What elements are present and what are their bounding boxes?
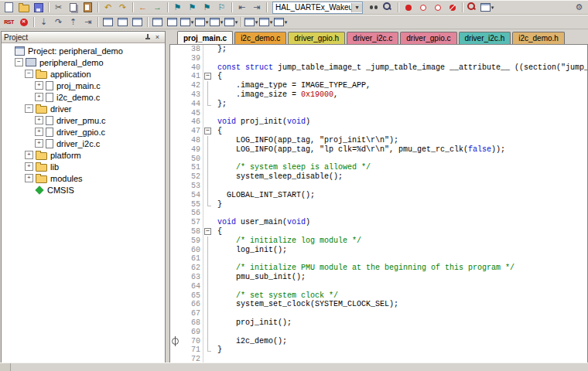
expander-icon[interactable]: + [25, 174, 33, 182]
indent-button[interactable]: ⇥ [249, 1, 264, 14]
analysis-window-button[interactable]: ▾ [224, 15, 238, 29]
stop-debug-button[interactable] [16, 15, 31, 29]
fold-margin[interactable] [203, 100, 214, 109]
gutter-margin[interactable] [170, 136, 180, 145]
fold-margin[interactable] [203, 218, 214, 227]
breakpoint-kill-all-button[interactable] [445, 1, 460, 14]
expander-icon[interactable]: + [35, 139, 43, 148]
cut-button[interactable]: ✂ [51, 1, 66, 14]
gutter-margin[interactable] [170, 309, 180, 318]
fold-margin[interactable] [203, 172, 214, 182]
breakpoint-enable-disable-button[interactable] [415, 1, 430, 14]
gutter-margin[interactable] [170, 246, 180, 255]
step-out-button[interactable]: ⇡ [66, 15, 80, 29]
bookmark-clear-button[interactable]: ⚐ [214, 1, 229, 14]
run-to-cursor-button[interactable]: ⇥ [80, 15, 95, 29]
editor-tab-i2c-demo-h[interactable]: i2c_demo.h [512, 32, 565, 44]
fold-margin[interactable] [203, 145, 214, 155]
gutter-margin[interactable] [170, 300, 180, 309]
gutter-margin[interactable] [170, 273, 180, 282]
fold-margin[interactable] [203, 282, 214, 291]
debug-session-button[interactable] [465, 1, 480, 14]
gutter-margin[interactable] [170, 237, 180, 246]
disassembly-window-button[interactable] [115, 15, 130, 29]
editor-tab-driver-i2c-h[interactable]: driver_i2c.h [459, 32, 511, 44]
tree-item-peripheral-demo[interactable]: −peripheral_demo [2, 56, 165, 68]
gutter-margin[interactable] [170, 72, 180, 81]
editor-tab-proj-main-c[interactable]: proj_main.c [177, 31, 233, 44]
find-in-files-button[interactable] [366, 1, 381, 14]
fold-margin[interactable] [203, 237, 214, 246]
expander-icon[interactable]: + [25, 151, 33, 159]
tree-item-application[interactable]: −application [2, 68, 165, 80]
tree-item-project-peripheral-demo[interactable]: Project: peripheral_demo [2, 45, 165, 56]
fold-margin[interactable] [203, 136, 214, 145]
fold-margin[interactable] [203, 273, 214, 282]
fold-margin[interactable] [203, 45, 214, 54]
fold-collapse-icon[interactable]: − [204, 73, 211, 80]
fold-margin[interactable] [203, 328, 214, 337]
fold-margin[interactable] [203, 54, 214, 63]
bookmark-next-button[interactable]: ⚑ [200, 1, 214, 14]
gutter-margin[interactable] [170, 254, 180, 264]
gutter-margin[interactable] [170, 337, 180, 346]
bookmark-prev-button[interactable]: ⚑ [185, 1, 200, 14]
step-into-button[interactable]: ⇣ [36, 15, 51, 29]
fold-collapse-icon[interactable]: − [204, 128, 211, 134]
editor-tab-i2c-demo-c[interactable]: i2c_demo.c [234, 32, 286, 44]
gutter-margin[interactable] [170, 45, 180, 54]
gutter-margin[interactable] [170, 227, 180, 237]
expander-icon[interactable]: + [35, 128, 43, 136]
reset-cpu-button[interactable]: RST [2, 15, 16, 29]
tree-item-driver-i2c-c[interactable]: +driver_i2c.c [2, 138, 165, 149]
gutter-margin[interactable] [170, 191, 180, 200]
fold-margin[interactable] [203, 309, 214, 318]
fold-margin[interactable] [203, 117, 214, 127]
gutter-margin[interactable] [170, 282, 180, 291]
breakpoint-disable-all-button[interactable] [430, 1, 445, 14]
command-window-button[interactable] [101, 15, 115, 29]
gutter-margin[interactable] [170, 54, 180, 63]
tree-item-modules[interactable]: +modules [2, 172, 165, 184]
fold-margin[interactable] [203, 182, 214, 191]
gutter-margin[interactable] [170, 163, 180, 172]
expander-icon[interactable]: + [35, 93, 43, 101]
fold-margin[interactable]: − [203, 127, 214, 136]
configure-tools-button[interactable]: ⚙ [572, 1, 586, 14]
new-file-button[interactable] [2, 1, 16, 14]
fold-margin[interactable] [203, 109, 214, 118]
gutter-margin[interactable] [170, 127, 180, 136]
nav-forward-button[interactable]: → [150, 1, 165, 14]
fold-margin[interactable] [203, 291, 214, 301]
expander-icon[interactable]: − [25, 70, 33, 78]
step-over-button[interactable]: ↷ [51, 15, 66, 29]
paste-button[interactable] [80, 1, 95, 14]
watch-window-button[interactable]: ▾ [179, 15, 194, 29]
tree-item-proj-main-c[interactable]: +proj_main.c [2, 80, 165, 91]
gutter-margin[interactable] [170, 145, 180, 155]
gutter-margin[interactable] [170, 218, 180, 227]
fold-margin[interactable] [203, 246, 214, 255]
fold-margin[interactable] [203, 318, 214, 328]
fold-margin[interactable]: − [203, 72, 214, 81]
fold-margin[interactable] [203, 337, 214, 346]
gutter-margin[interactable] [170, 264, 180, 273]
copy-button[interactable] [66, 1, 80, 14]
fold-margin[interactable] [203, 163, 214, 172]
tree-item-i2c-demo-c[interactable]: +i2c_demo.c [2, 91, 165, 103]
gutter-margin[interactable] [170, 291, 180, 301]
close-panel-button[interactable]: × [152, 32, 162, 42]
fold-margin[interactable] [203, 345, 214, 355]
editor-tab-driver-gpio-h[interactable]: driver_gpio.h [288, 32, 345, 44]
redo-button[interactable]: ↷ [115, 1, 130, 14]
undo-button[interactable]: ↶ [101, 1, 115, 14]
toolbox-button[interactable]: ▾ [273, 15, 288, 29]
gutter-margin[interactable] [170, 63, 180, 73]
tree-item-driver-pmu-c[interactable]: +driver_pmu.c [2, 114, 165, 126]
registers-window-button[interactable] [150, 15, 165, 29]
gutter-margin[interactable] [170, 318, 180, 328]
system-viewer-menu-button[interactable]: ▾ [480, 1, 494, 14]
gutter-margin[interactable] [170, 100, 180, 109]
gutter-margin[interactable] [170, 81, 180, 90]
find-button[interactable] [381, 1, 395, 14]
